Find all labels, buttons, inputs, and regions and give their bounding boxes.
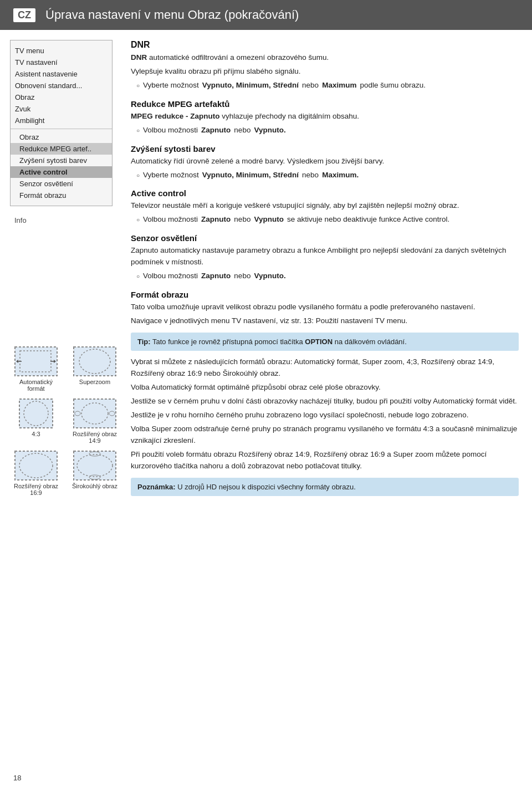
page-body: TV menu TV nastavení Asistent nastavenie… [0, 30, 532, 512]
main-content: DNR DNR automatické odfiltrování a omeze… [122, 30, 532, 512]
menu-item-obraz: Obraz [11, 91, 112, 103]
active-bullet1: Volbou možnosti Zapnuto nebo Vypnuto se … [136, 214, 519, 226]
redukce-text1: MPEG redukce - Zapnuto vyhlazuje přechod… [131, 111, 519, 122]
redukce-bullet1: Volbou možnosti Zapnuto nebo Vypnuto. [136, 125, 519, 136]
illus-super-label: Superzoom [79, 379, 110, 385]
dnr-bullet1: Vyberte možnost Vypnuto, Minimum, Středn… [136, 80, 519, 91]
menu-item-tvnastaveni: TV nastavení [11, 57, 112, 68]
illus-169-svg [14, 451, 58, 481]
note-text: Poznámka: U zdrojů HD nejsou k dispozici… [137, 483, 356, 491]
format-text2: Navigace v jednotlivých menu TV nastaven… [131, 315, 519, 327]
menu-sub-dnr: Redukce MPEG artef.. [11, 143, 112, 155]
active-bullets: Volbou možnosti Zapnuto nebo Vypnuto se … [136, 214, 519, 226]
senzor-bullet1: Volbou možnosti Zapnuto nebo Vypnuto. [136, 270, 519, 282]
menu-item-zvuk: Zvuk [11, 103, 112, 115]
menu-sub-senzor: Senzor osvětlení [11, 178, 112, 190]
tip-box: Tip: Tato funkce je rovněž přístupná pom… [131, 333, 519, 351]
illus-auto-label: Automatický formát [10, 379, 62, 392]
dnr-intro1: DNR automatické odfiltrování a omezení o… [131, 52, 519, 64]
active-title: Active control [131, 188, 519, 198]
cz-badge: CZ [13, 8, 35, 22]
format-text8: Při použití voleb formátu obrazu Rozšíře… [131, 449, 519, 472]
sidebar: TV menu TV nastavení Asistent nastavenie… [0, 30, 122, 512]
menu-item-obnoveni: Obnovení standard... [11, 80, 112, 91]
dnr-intro2: Vylepšuje kvalitu obrazu při příjmu slab… [131, 66, 519, 78]
menu-sub-format: Formát obrazu [11, 190, 112, 201]
note-box: Poznámka: U zdrojů HD nejsou k dispozici… [131, 478, 519, 497]
svg-rect-16 [74, 451, 116, 480]
redukce-bullets: Volbou možnosti Zapnuto nebo Vypnuto. [136, 125, 519, 136]
senzor-text1: Zapnuto automaticky nastavuje parametry … [131, 245, 519, 268]
illustrations-grid: Automatický formát Superzoom 4:3 [10, 346, 121, 496]
menu-sub-obraz: Obraz [11, 131, 112, 143]
illus-auto-svg [14, 346, 58, 376]
illus-43-label: 4:3 [32, 431, 40, 437]
tip-text: Tip: Tato funkce je rovněž přístupná pom… [137, 338, 407, 346]
menu-sub-zvyseni: Zvýšení sytosti barev [11, 155, 112, 166]
svg-rect-8 [19, 399, 53, 428]
illus-149-label: Rozšířený obraz 14:9 [69, 431, 121, 444]
svg-rect-10 [74, 399, 116, 428]
senzor-bullets: Volbou možnosti Zapnuto nebo Vypnuto. [136, 270, 519, 282]
active-text1: Televizor neustále měří a koriguje veške… [131, 200, 519, 212]
info-label: Info [10, 206, 116, 224]
illus-auto: Automatický formát [10, 346, 62, 392]
zvyseni-bullets: Vyberte možnost Vypnuto, Minimum, Středn… [136, 170, 519, 181]
format-title: Formát obrazu [131, 290, 519, 299]
menu-item-asistent: Asistent nastavenie [11, 68, 112, 80]
menu-item-ambilight: Ambilight [11, 115, 112, 126]
format-text6: Jestliže je v rohu horního černého pruhu… [131, 410, 519, 421]
format-text3: Vybrat si můžete z následujících formátů… [131, 356, 519, 380]
format-text7: Volba Super zoom odstraňuje černé pruhy … [131, 423, 519, 447]
page-title: Úprava nastavení v menu Obraz (pokračová… [45, 8, 299, 22]
menu-sub-active: Active control [11, 166, 112, 178]
dnr-title: DNR [131, 40, 519, 50]
illus-149-svg [73, 398, 116, 428]
zvyseni-bullet1: Vyberte možnost Vypnuto, Minimum, Středn… [136, 170, 519, 181]
svg-rect-14 [15, 451, 57, 480]
illus-43-svg [19, 398, 53, 428]
illus-169: Rozšířený obraz 16:9 [10, 451, 62, 496]
svg-rect-6 [74, 347, 116, 376]
format-text5: Jestliže se v černém pruhu v dolní části… [131, 396, 519, 407]
format-text4: Volba Automatický formát optimálně přizp… [131, 382, 519, 394]
page-number: 18 [13, 774, 21, 782]
illus-super-svg [73, 346, 116, 376]
illus-wide-svg [73, 451, 116, 481]
illus-43: 4:3 [10, 398, 62, 444]
redukce-title: Redukce MPEG artefaktů [131, 99, 519, 109]
illus-wide: Širokoúhlý obraz [69, 451, 121, 496]
dnr-bullets: Vyberte možnost Vypnuto, Minimum, Středn… [136, 80, 519, 91]
menu-item-tvmenu: TV menu [11, 45, 112, 57]
zvyseni-text1: Automaticky řídí úrovně zelené a modré b… [131, 156, 519, 167]
page-header: CZ Úprava nastavení v menu Obraz (pokrač… [0, 0, 532, 30]
format-text1: Tato volba umožňuje upravit velikost obr… [131, 302, 519, 313]
illus-super: Superzoom [69, 346, 121, 392]
illus-169-label: Rozšířený obraz 16:9 [10, 483, 62, 496]
illus-wide-label: Širokoúhlý obraz [72, 483, 117, 489]
menu-box: TV menu TV nastavení Asistent nastavenie… [10, 40, 112, 206]
zvyseni-title: Zvýšení sytosti barev [131, 144, 519, 154]
senzor-title: Senzor osvětlení [131, 233, 519, 243]
illus-149: Rozšířený obraz 14:9 [69, 398, 121, 444]
